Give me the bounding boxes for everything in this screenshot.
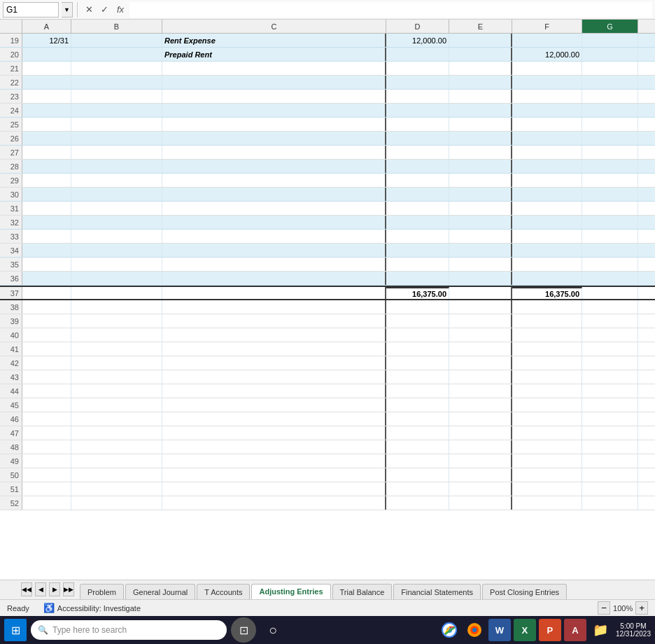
- cell-d-36[interactable]: [386, 272, 449, 285]
- table-row[interactable]: 36: [0, 272, 655, 286]
- cell-d-47[interactable]: [386, 426, 449, 440]
- cell-c-38[interactable]: [162, 300, 386, 314]
- cell-f-30[interactable]: [512, 188, 582, 201]
- cell-d-28[interactable]: [386, 160, 449, 173]
- cell-g-32[interactable]: [582, 216, 638, 229]
- cell-d-37[interactable]: 16,375.00: [386, 287, 449, 299]
- cell-a-44[interactable]: [22, 384, 71, 398]
- sheet-nav-last[interactable]: ▶▶: [63, 582, 74, 596]
- table-row[interactable]: 41: [0, 342, 655, 356]
- cell-f-37[interactable]: 16,375.00: [512, 287, 582, 299]
- cell-d-39[interactable]: [386, 314, 449, 328]
- cell-b-27[interactable]: [71, 146, 162, 159]
- cell-a-38[interactable]: [22, 300, 71, 314]
- tab-post-closing-entries[interactable]: Post Closing Entries: [482, 584, 567, 599]
- cell-g-22[interactable]: [582, 76, 638, 89]
- cell-d-44[interactable]: [386, 384, 449, 398]
- cell-f-28[interactable]: [512, 160, 582, 173]
- cell-f-19[interactable]: [512, 34, 582, 47]
- cell-g-38[interactable]: [582, 300, 638, 314]
- formula-input[interactable]: [129, 2, 652, 18]
- cell-d-50[interactable]: [386, 468, 449, 482]
- cell-f-42[interactable]: [512, 356, 582, 370]
- cell-c-42[interactable]: [162, 356, 386, 370]
- cell-f-39[interactable]: [512, 314, 582, 328]
- cell-c-45[interactable]: [162, 398, 386, 412]
- cell-b-47[interactable]: [71, 426, 162, 440]
- cell-b-20[interactable]: [71, 48, 162, 61]
- cell-d-42[interactable]: [386, 356, 449, 370]
- table-row[interactable]: 3716,375.0016,375.00: [0, 286, 655, 300]
- table-row[interactable]: 32: [0, 216, 655, 230]
- table-row[interactable]: 26: [0, 132, 655, 146]
- cell-d-19[interactable]: 12,000.00: [386, 34, 449, 47]
- cell-g-28[interactable]: [582, 160, 638, 173]
- cell-a-49[interactable]: [22, 454, 71, 468]
- cell-g-40[interactable]: [582, 328, 638, 342]
- cell-e-20[interactable]: [449, 48, 512, 61]
- cell-b-23[interactable]: [71, 90, 162, 103]
- cell-c-22[interactable]: [162, 76, 386, 89]
- tab-adjusting-entries[interactable]: Adjusting Entries: [251, 584, 330, 599]
- cell-c-37[interactable]: [162, 287, 386, 299]
- cell-g-36[interactable]: [582, 272, 638, 285]
- cell-b-37[interactable]: [71, 287, 162, 299]
- cell-e-48[interactable]: [449, 440, 512, 454]
- cell-c-35[interactable]: [162, 258, 386, 271]
- cell-d-52[interactable]: [386, 496, 449, 510]
- zoom-in-button[interactable]: +: [635, 601, 648, 615]
- cell-e-21[interactable]: [449, 62, 512, 75]
- cell-a-28[interactable]: [22, 160, 71, 173]
- start-button[interactable]: ⊞: [4, 619, 27, 641]
- cell-b-31[interactable]: [71, 202, 162, 215]
- cell-b-51[interactable]: [71, 482, 162, 496]
- cell-b-29[interactable]: [71, 174, 162, 187]
- cell-f-44[interactable]: [512, 384, 582, 398]
- cell-e-34[interactable]: [449, 244, 512, 257]
- cell-f-50[interactable]: [512, 468, 582, 482]
- cell-b-41[interactable]: [71, 342, 162, 356]
- cell-e-51[interactable]: [449, 482, 512, 496]
- table-row[interactable]: 22: [0, 76, 655, 90]
- cell-b-19[interactable]: [71, 34, 162, 47]
- cell-g-27[interactable]: [582, 146, 638, 159]
- cancel-formula-button[interactable]: ✕: [82, 2, 96, 18]
- cell-a-36[interactable]: [22, 272, 71, 285]
- cell-c-27[interactable]: [162, 146, 386, 159]
- cell-d-34[interactable]: [386, 244, 449, 257]
- cell-d-32[interactable]: [386, 216, 449, 229]
- cell-c-19[interactable]: Rent Expense: [162, 34, 386, 47]
- cell-b-52[interactable]: [71, 496, 162, 510]
- cell-g-45[interactable]: [582, 398, 638, 412]
- cell-b-39[interactable]: [71, 314, 162, 328]
- cell-c-28[interactable]: [162, 160, 386, 173]
- powerpoint-icon[interactable]: P: [539, 619, 561, 641]
- cell-g-30[interactable]: [582, 188, 638, 201]
- cell-a-41[interactable]: [22, 342, 71, 356]
- cell-f-26[interactable]: [512, 132, 582, 145]
- cell-f-38[interactable]: [512, 300, 582, 314]
- cell-b-49[interactable]: [71, 454, 162, 468]
- cell-d-26[interactable]: [386, 132, 449, 145]
- cell-c-51[interactable]: [162, 482, 386, 496]
- cell-b-26[interactable]: [71, 132, 162, 145]
- cell-g-19[interactable]: [582, 34, 638, 47]
- cell-g-52[interactable]: [582, 496, 638, 510]
- col-header-d[interactable]: D: [386, 20, 449, 33]
- cell-f-41[interactable]: [512, 342, 582, 356]
- cell-e-45[interactable]: [449, 398, 512, 412]
- cell-g-33[interactable]: [582, 230, 638, 243]
- cell-a-45[interactable]: [22, 398, 71, 412]
- cell-a-21[interactable]: [22, 62, 71, 75]
- cell-g-23[interactable]: [582, 90, 638, 103]
- cell-g-43[interactable]: [582, 370, 638, 384]
- cell-b-35[interactable]: [71, 258, 162, 271]
- cell-d-46[interactable]: [386, 412, 449, 426]
- cell-b-32[interactable]: [71, 216, 162, 229]
- cell-f-22[interactable]: [512, 76, 582, 89]
- excel-icon[interactable]: X: [514, 619, 536, 641]
- cell-f-34[interactable]: [512, 244, 582, 257]
- cell-b-24[interactable]: [71, 104, 162, 117]
- table-row[interactable]: 29: [0, 174, 655, 188]
- table-row[interactable]: 25: [0, 118, 655, 132]
